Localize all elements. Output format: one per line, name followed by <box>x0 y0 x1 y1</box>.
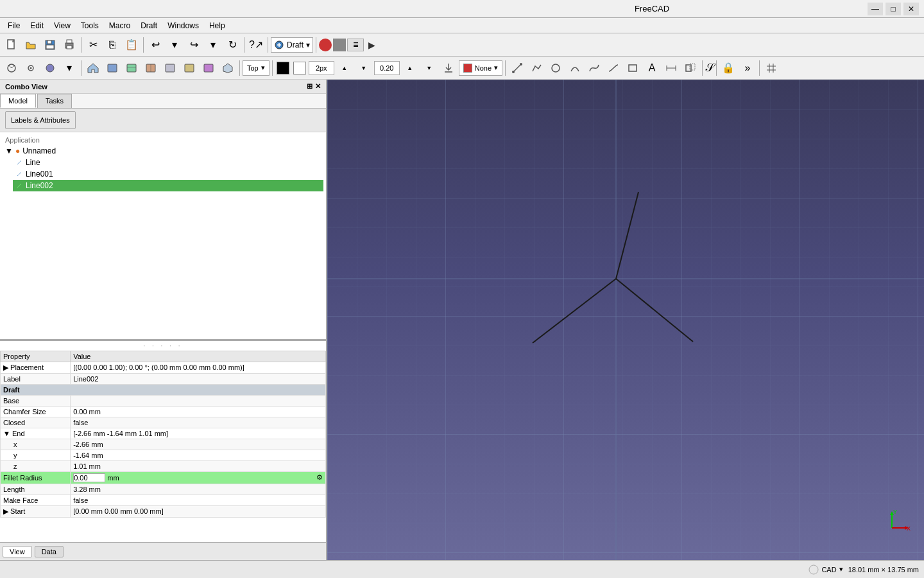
line-width-down[interactable]: ▼ <box>355 59 373 77</box>
import-button[interactable] <box>440 59 458 77</box>
paste-button[interactable]: 📋 <box>123 36 141 54</box>
status-cad[interactable]: CAD ▾ <box>809 565 843 575</box>
copy-button[interactable]: ⎘ <box>103 36 121 54</box>
line-color-swatch[interactable] <box>277 62 289 74</box>
menu-file[interactable]: File <box>3 20 25 31</box>
undo-button[interactable]: ↩ <box>146 36 164 54</box>
prop-length[interactable]: Length 3.28 mm <box>1 484 326 495</box>
snap-lock[interactable]: 🔒 <box>719 59 737 77</box>
tree-item-line002[interactable]: ⟋ Line002 <box>13 180 323 191</box>
tree-item-line[interactable]: ⟋ Line <box>13 157 323 168</box>
properties-scroll[interactable]: Property Value ▶ Placement [(0.00 0.00 1… <box>0 351 326 543</box>
line-width-up[interactable]: ▲ <box>336 59 354 77</box>
svg-rect-6 <box>67 46 72 49</box>
viewport-canvas[interactable]: Y X <box>327 80 924 560</box>
prop-end-z[interactable]: z 1.01 mm <box>1 460 326 471</box>
polyline-tool[interactable] <box>527 59 545 77</box>
tab-model[interactable]: Model <box>0 94 36 108</box>
tab-data-btn[interactable]: Data <box>35 546 64 557</box>
menu-edit[interactable]: Edit <box>25 20 49 31</box>
rectangle-tool[interactable] <box>624 59 642 77</box>
menu-draft[interactable]: Draft <box>135 20 162 31</box>
prop-makeface[interactable]: Make Face false <box>1 495 326 505</box>
prop-end-x[interactable]: x -2.66 mm <box>1 439 326 450</box>
combo-float-btn[interactable]: ⊞ <box>307 82 312 91</box>
stop-button[interactable] <box>333 39 346 51</box>
prop-end-y[interactable]: y -1.64 mm <box>1 450 326 460</box>
resize-handle[interactable]: · · · · · <box>0 341 326 351</box>
viewport[interactable]: Y X Start page ✕ Unnamed : 1* ✕ <box>327 80 924 560</box>
prop-closed-key: Closed <box>1 417 71 428</box>
record-button[interactable] <box>319 39 332 51</box>
labels-attributes-button[interactable]: Labels & Attributes <box>5 111 76 129</box>
circle-tool[interactable] <box>547 59 565 77</box>
play-button[interactable]: ▶ <box>365 39 378 51</box>
tab-tasks[interactable]: Tasks <box>37 94 72 108</box>
opacity-up[interactable]: ▲ <box>401 59 419 77</box>
maximize-button[interactable]: □ <box>886 3 901 15</box>
bspline-tool[interactable] <box>585 59 603 77</box>
bezier-tool[interactable] <box>604 59 622 77</box>
combo-close-btn[interactable]: ✕ <box>315 82 321 91</box>
draw-style-button[interactable] <box>41 59 59 77</box>
fillet-spin-icon[interactable]: ⚙ <box>316 473 323 482</box>
new-button[interactable] <box>3 36 21 54</box>
line-width-input[interactable] <box>309 61 334 75</box>
menu-help[interactable]: Help <box>204 20 230 31</box>
text-tool[interactable]: A <box>643 59 661 77</box>
tree-item-line001[interactable]: ⟋ Line001 <box>13 168 323 180</box>
redo-dropdown[interactable]: ▾ <box>204 36 222 54</box>
view-front-button[interactable] <box>103 59 121 77</box>
prop-label[interactable]: Label Line002 <box>1 373 326 384</box>
view-back-button[interactable] <box>161 59 179 77</box>
tree-root[interactable]: ▼ ● Unnamed <box>3 145 323 157</box>
print-button[interactable] <box>60 36 78 54</box>
macro-button[interactable]: ≣ <box>347 39 364 51</box>
dimension-tool[interactable] <box>662 59 680 77</box>
clone-tool[interactable] <box>681 59 699 77</box>
opacity-down[interactable]: ▼ <box>420 59 438 77</box>
fill-dropdown[interactable]: None ▾ <box>459 60 502 76</box>
view-home-button[interactable] <box>84 59 102 77</box>
titlebar-controls[interactable]: — □ ✕ <box>868 3 919 15</box>
draw-style-dropdown[interactable]: ▾ <box>60 59 78 77</box>
fillet-radius-input[interactable] <box>73 473 105 482</box>
snap-more[interactable]: » <box>739 59 757 77</box>
undo-dropdown[interactable]: ▾ <box>166 36 184 54</box>
workbench-dropdown[interactable]: Draft ▾ <box>271 37 313 53</box>
fit-selection-button[interactable] <box>22 59 40 77</box>
open-button[interactable] <box>22 36 40 54</box>
arc-tool[interactable] <box>566 59 584 77</box>
opacity-input[interactable] <box>374 61 400 75</box>
prop-base[interactable]: Base <box>1 395 326 406</box>
view-dropdown[interactable]: Top ▾ <box>243 60 270 76</box>
menu-view[interactable]: View <box>49 20 76 31</box>
prop-placement[interactable]: ▶ Placement [(0.00 0.00 1.00); 0.00 °; (… <box>1 362 326 373</box>
grid-toggle[interactable] <box>762 59 780 77</box>
fancy-s-tool[interactable]: 𝒮 <box>705 61 714 74</box>
view-top-button[interactable] <box>123 59 141 77</box>
save-recent-button[interactable] <box>41 36 59 54</box>
prop-end[interactable]: ▼ End [-2.66 mm -1.64 mm 1.01 mm] <box>1 428 326 439</box>
whats-this-button[interactable]: ?↗ <box>247 36 265 54</box>
redo-button[interactable]: ↪ <box>185 36 203 54</box>
fill-color-swatch[interactable] <box>293 62 306 74</box>
prop-start[interactable]: ▶ Start [0.00 mm 0.00 mm 0.00 mm] <box>1 505 326 517</box>
menu-windows[interactable]: Windows <box>162 20 204 31</box>
view-right-button[interactable] <box>142 59 160 77</box>
view-bottom-button[interactable] <box>180 59 198 77</box>
prop-chamfer[interactable]: Chamfer Size 0.00 mm <box>1 406 326 417</box>
fit-all-button[interactable] <box>3 59 21 77</box>
cut-button[interactable]: ✂ <box>84 36 102 54</box>
line-tool[interactable] <box>508 59 526 77</box>
prop-closed[interactable]: Closed false <box>1 417 326 428</box>
close-button[interactable]: ✕ <box>903 3 919 15</box>
menu-tools[interactable]: Tools <box>76 20 104 31</box>
prop-fillet[interactable]: Fillet Radius mm ⚙ <box>1 471 326 484</box>
menu-macro[interactable]: Macro <box>104 20 135 31</box>
minimize-button[interactable]: — <box>868 3 883 15</box>
view-isometric-button[interactable] <box>219 59 237 77</box>
tab-view-btn[interactable]: View <box>3 546 32 557</box>
refresh-button[interactable]: ↻ <box>223 36 241 54</box>
view-left-button[interactable] <box>200 59 218 77</box>
